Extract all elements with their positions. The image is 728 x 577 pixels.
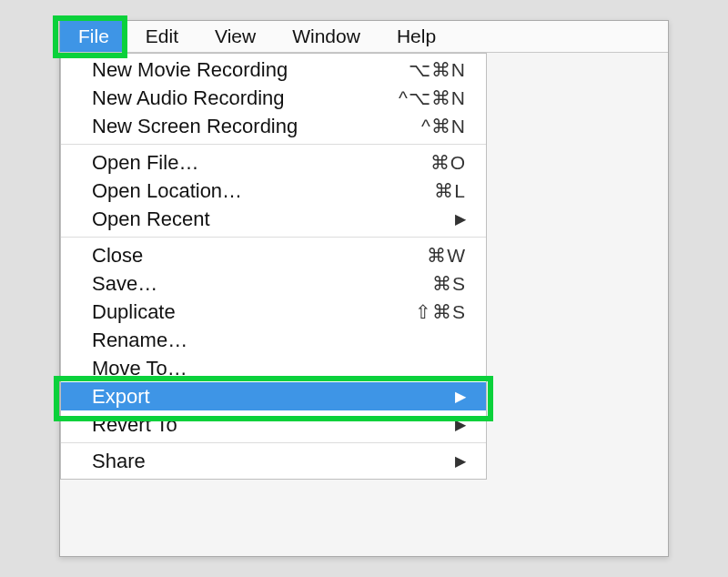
menu-separator bbox=[61, 144, 486, 145]
menu-item-label: Save… bbox=[92, 272, 432, 296]
dropdown-window: File Edit View Window Help New Movie Rec… bbox=[59, 20, 669, 557]
menubar-label: View bbox=[215, 25, 256, 47]
menu-item-revert-to[interactable]: Revert To ▶ bbox=[61, 410, 486, 439]
menu-item-label: New Screen Recording bbox=[92, 115, 421, 138]
menu-item-shortcut: ⇧⌘S bbox=[415, 301, 466, 323]
menubar-label: Window bbox=[292, 25, 360, 47]
menu-item-shortcut: ^⌥⌘N bbox=[399, 87, 466, 109]
menu-item-open-file[interactable]: Open File… ⌘O bbox=[61, 148, 486, 177]
menubar-label: Edit bbox=[146, 25, 178, 47]
menubar-item-file[interactable]: File bbox=[60, 21, 127, 52]
menubar-item-help[interactable]: Help bbox=[379, 21, 454, 52]
menu-item-rename[interactable]: Rename… bbox=[61, 326, 486, 354]
menu-separator bbox=[61, 237, 486, 238]
menubar: File Edit View Window Help bbox=[60, 21, 668, 53]
menubar-label: File bbox=[78, 25, 109, 47]
menu-item-label: Revert To bbox=[92, 413, 455, 437]
submenu-arrow-icon: ▶ bbox=[455, 416, 466, 433]
menu-item-export[interactable]: Export ▶ bbox=[61, 382, 486, 410]
menu-item-new-movie-recording[interactable]: New Movie Recording ⌥⌘N bbox=[61, 56, 486, 84]
menu-item-label: Rename… bbox=[92, 329, 466, 352]
menu-item-label: Close bbox=[92, 244, 427, 268]
submenu-arrow-icon: ▶ bbox=[455, 388, 466, 405]
menu-item-new-screen-recording[interactable]: New Screen Recording ^⌘N bbox=[61, 112, 486, 140]
menu-item-shortcut: ⌥⌘N bbox=[409, 59, 466, 81]
menu-item-label: Export bbox=[92, 385, 455, 409]
menubar-item-window[interactable]: Window bbox=[274, 21, 379, 52]
menu-item-shortcut: ⌘W bbox=[427, 245, 466, 267]
menu-item-save[interactable]: Save… ⌘S bbox=[61, 269, 486, 298]
menu-item-open-recent[interactable]: Open Recent ▶ bbox=[61, 205, 486, 233]
menubar-label: Help bbox=[397, 25, 436, 47]
menu-item-label: Duplicate bbox=[92, 300, 415, 324]
menu-item-move-to[interactable]: Move To… bbox=[61, 354, 486, 382]
menu-item-label: Share bbox=[92, 450, 455, 473]
file-menu-dropdown: New Movie Recording ⌥⌘N New Audio Record… bbox=[60, 53, 487, 480]
menu-item-duplicate[interactable]: Duplicate ⇧⌘S bbox=[61, 298, 486, 326]
menu-item-label: Open Location… bbox=[92, 179, 434, 203]
submenu-arrow-icon: ▶ bbox=[455, 452, 466, 470]
menu-item-shortcut: ^⌘N bbox=[421, 116, 466, 137]
menu-item-label: New Audio Recording bbox=[92, 86, 399, 110]
menubar-item-edit[interactable]: Edit bbox=[127, 21, 197, 52]
menu-item-shortcut: ⌘O bbox=[430, 152, 466, 174]
menu-item-label: Move To… bbox=[92, 357, 466, 380]
menu-item-close[interactable]: Close ⌘W bbox=[61, 241, 486, 269]
menu-separator bbox=[61, 442, 486, 443]
menu-item-label: New Movie Recording bbox=[92, 58, 409, 82]
menubar-item-view[interactable]: View bbox=[197, 21, 274, 52]
menu-item-new-audio-recording[interactable]: New Audio Recording ^⌥⌘N bbox=[61, 84, 486, 112]
menu-item-shortcut: ⌘L bbox=[434, 180, 466, 202]
submenu-arrow-icon: ▶ bbox=[455, 210, 466, 228]
menu-item-label: Open File… bbox=[92, 151, 430, 175]
menu-item-share[interactable]: Share ▶ bbox=[61, 447, 486, 475]
menu-item-open-location[interactable]: Open Location… ⌘L bbox=[61, 177, 486, 205]
menu-item-label: Open Recent bbox=[92, 208, 455, 231]
menu-item-shortcut: ⌘S bbox=[432, 273, 466, 295]
